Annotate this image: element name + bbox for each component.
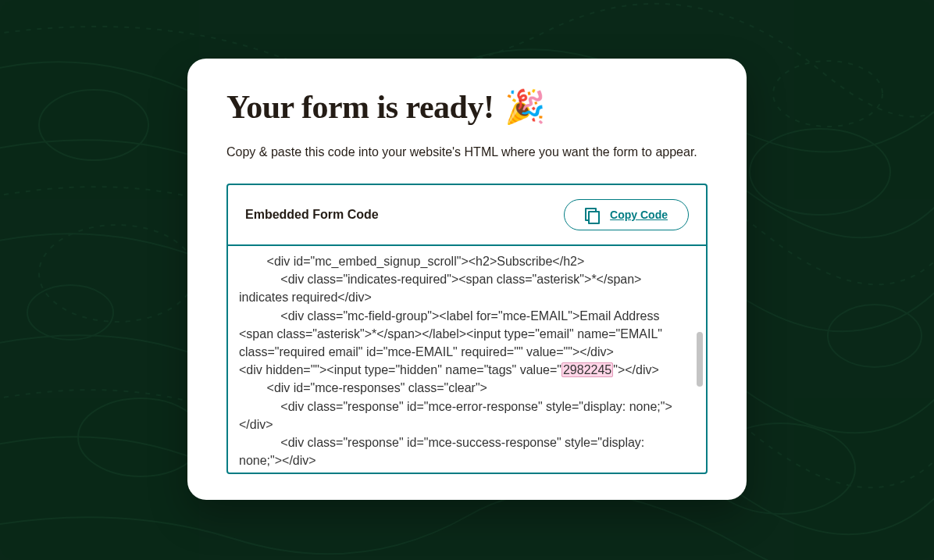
embed-code-box: Embedded Form Code Copy Code <div id="mc… [226,184,708,474]
code-area[interactable]: <div id="mc_embed_signup_scroll"><h2>Sub… [228,246,706,473]
title-text: Your form is ready! [226,88,494,126]
copy-code-label: Copy Code [610,209,668,221]
embed-header: Embedded Form Code Copy Code [228,185,706,246]
embed-label: Embedded Form Code [245,208,379,222]
svg-point-6 [39,225,195,322]
form-ready-card: Your form is ready! 🎉 Copy & paste this … [187,59,747,500]
svg-point-7 [773,61,882,127]
card-title: Your form is ready! 🎉 [226,88,708,126]
svg-point-4 [27,285,113,340]
copy-icon [585,208,599,222]
svg-point-0 [39,90,148,160]
scrollbar-track[interactable] [697,251,703,468]
card-subtitle: Copy & paste this code into your website… [226,143,708,162]
code-content[interactable]: <div id="mc_embed_signup_scroll"><h2>Sub… [228,246,706,473]
highlighted-tag-value: 2982245 [561,362,613,377]
scrollbar-thumb[interactable] [697,332,703,387]
copy-code-button[interactable]: Copy Code [564,199,689,230]
svg-point-5 [828,305,922,367]
party-popper-icon: 🎉 [504,91,545,123]
svg-point-1 [750,129,890,215]
